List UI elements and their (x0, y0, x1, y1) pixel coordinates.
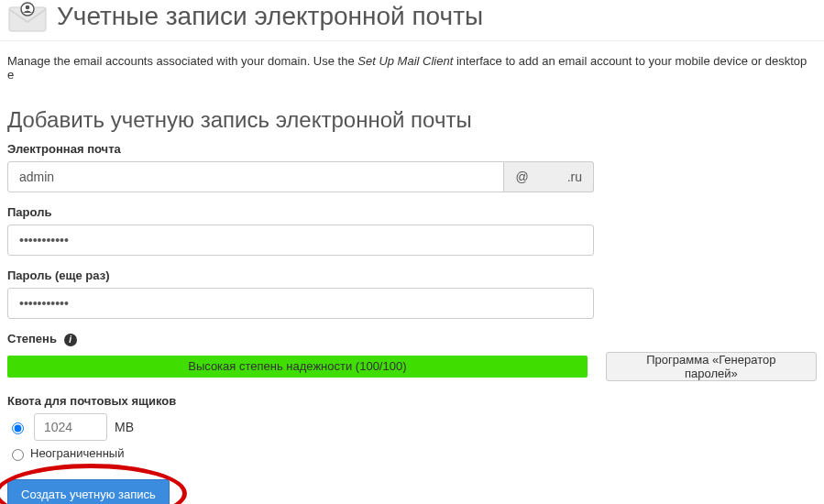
desc-link: Set Up Mail Client (357, 54, 453, 68)
quota-unit: MB (115, 420, 134, 434)
page-description: Manage the email accounts associated wit… (0, 41, 824, 82)
strength-group: Степень i Высокая степень надежности (10… (0, 332, 824, 381)
quota-label: Квота для почтовых ящиков (7, 394, 817, 408)
strength-bar: Высокая степень надежности (100/100) (7, 356, 588, 378)
password-group: Пароль (0, 205, 824, 256)
password-confirm-group: Пароль (еще раз) (0, 268, 824, 319)
svg-point-2 (26, 5, 30, 10)
email-accounts-icon (7, 0, 48, 33)
quota-unlimited-label: Неограниченный (30, 446, 124, 460)
section-title: Добавить учетную запись электронной почт… (0, 107, 824, 133)
email-label: Электронная почта (7, 142, 817, 156)
quota-unlimited-radio[interactable] (12, 449, 24, 461)
at-sign: @ (515, 170, 528, 184)
quota-input[interactable] (34, 413, 107, 441)
strength-row: Высокая степень надежности (100/100) Про… (7, 352, 817, 381)
page-title: Учетные записи электронной почты (57, 2, 483, 31)
quota-unlimited-row[interactable]: Неограниченный (7, 446, 817, 461)
submit-wrap: Создать учетную запись (0, 479, 824, 504)
strength-label: Степень i (7, 332, 817, 346)
strength-text: Высокая степень надежности (100/100) (188, 359, 406, 373)
desc-prefix: Manage the email accounts associated wit… (7, 54, 357, 68)
quota-value-row: MB (7, 413, 817, 441)
quota-group: Квота для почтовых ящиков MB Неограничен… (0, 394, 824, 461)
email-domain-addon[interactable]: @ .ru (504, 161, 594, 192)
email-input[interactable] (7, 161, 504, 192)
create-account-button[interactable]: Создать учетную запись (7, 479, 170, 504)
info-icon[interactable]: i (64, 334, 77, 346)
password-confirm-input[interactable] (7, 288, 594, 319)
password-input[interactable] (7, 225, 594, 256)
password-confirm-label: Пароль (еще раз) (7, 268, 817, 282)
email-group: Электронная почта @ .ru (0, 142, 824, 192)
quota-limited-radio[interactable] (12, 422, 24, 434)
password-label: Пароль (7, 205, 817, 219)
domain-suffix: .ru (567, 170, 582, 184)
password-generator-button[interactable]: Программа «Генератор паролей» (606, 352, 817, 381)
email-input-row: @ .ru (7, 161, 594, 192)
page-header: Учетные записи электронной почты (0, 0, 824, 41)
